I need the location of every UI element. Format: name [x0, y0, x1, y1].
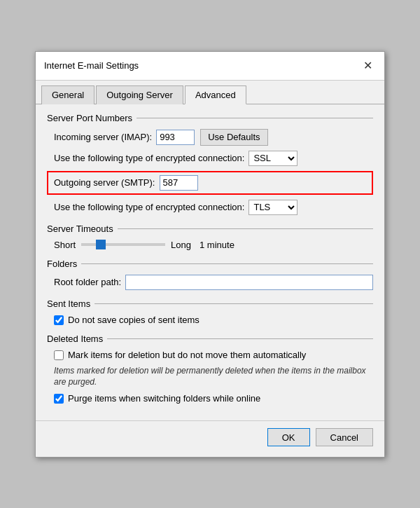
incoming-encrypt-select[interactable]: None SSL TLS Auto	[248, 151, 298, 166]
deleted-items-checkbox2-label: Purge items when switching folders while…	[68, 393, 260, 404]
row-incoming-server: Incoming server (IMAP): Use Defaults	[47, 129, 373, 146]
cancel-button[interactable]: Cancel	[316, 428, 373, 446]
sent-items-checkbox[interactable]	[54, 315, 64, 325]
outgoing-encrypt-select[interactable]: None SSL TLS Auto	[248, 200, 298, 215]
ok-button[interactable]: OK	[267, 428, 310, 446]
use-defaults-button[interactable]: Use Defaults	[200, 129, 267, 146]
deleted-items-checkbox1-label: Mark items for deletion but do not move …	[68, 350, 306, 360]
tab-advanced[interactable]: Advanced	[185, 85, 246, 104]
section-header-sent: Sent Items	[47, 298, 373, 309]
dialog-body: Server Port Numbers Incoming server (IMA…	[36, 104, 384, 421]
incoming-server-label: Incoming server (IMAP):	[54, 132, 152, 142]
deleted-items-checkbox1-row: Mark items for deletion but do not move …	[47, 350, 373, 360]
timeout-slider[interactable]	[81, 243, 165, 246]
sent-items-checkbox-row: Do not save copies of sent items	[47, 315, 373, 325]
outgoing-server-label: Outgoing server (SMTP):	[54, 177, 155, 188]
section-folders: Folders Root folder path:	[47, 259, 373, 290]
sent-items-label: Do not save copies of sent items	[68, 315, 200, 325]
close-button[interactable]: ✕	[359, 57, 376, 74]
deleted-items-note: Items marked for deletion will be perman…	[47, 365, 373, 389]
dialog: Internet E-mail Settings ✕ General Outgo…	[35, 51, 385, 458]
root-folder-label: Root folder path:	[54, 277, 121, 287]
deleted-items-checkbox2-row: Purge items when switching folders while…	[47, 393, 373, 404]
long-label: Long	[171, 240, 191, 250]
root-folder-row: Root folder path:	[47, 275, 373, 290]
section-server-timeouts: Server Timeouts Short Long 1 minute	[47, 224, 373, 250]
row-incoming-encrypt: Use the following type of encrypted conn…	[47, 151, 373, 166]
deleted-items-checkbox1[interactable]	[54, 350, 64, 360]
section-header-deleted: Deleted Items	[47, 334, 373, 344]
tab-outgoing-server[interactable]: Outgoing Server	[96, 85, 183, 104]
row-outgoing-server: Outgoing server (SMTP):	[47, 171, 373, 195]
incoming-server-input[interactable]	[156, 130, 195, 145]
tab-bar: General Outgoing Server Advanced	[36, 81, 384, 104]
short-label: Short	[54, 240, 76, 250]
outgoing-encrypt-label: Use the following type of encrypted conn…	[54, 202, 244, 212]
dialog-title: Internet E-mail Settings	[44, 60, 139, 71]
tab-general[interactable]: General	[41, 85, 94, 104]
incoming-encrypt-label: Use the following type of encrypted conn…	[54, 153, 244, 163]
section-header-timeouts: Server Timeouts	[47, 224, 373, 234]
title-bar: Internet E-mail Settings ✕	[36, 52, 384, 81]
row-outgoing-encrypt: Use the following type of encrypted conn…	[47, 200, 373, 215]
section-server-ports: Server Port Numbers Incoming server (IMA…	[47, 113, 373, 215]
deleted-items-checkbox2[interactable]	[54, 394, 64, 404]
timeout-slider-row: Short Long 1 minute	[47, 240, 373, 250]
dialog-footer: OK Cancel	[36, 420, 384, 453]
root-folder-input[interactable]	[125, 275, 373, 290]
section-deleted-items: Deleted Items Mark items for deletion bu…	[47, 334, 373, 404]
section-sent-items: Sent Items Do not save copies of sent it…	[47, 298, 373, 325]
timeout-value: 1 minute	[200, 240, 234, 250]
outgoing-server-input[interactable]	[160, 175, 198, 191]
section-header-server-ports: Server Port Numbers	[47, 113, 373, 123]
section-header-folders: Folders	[47, 259, 373, 269]
